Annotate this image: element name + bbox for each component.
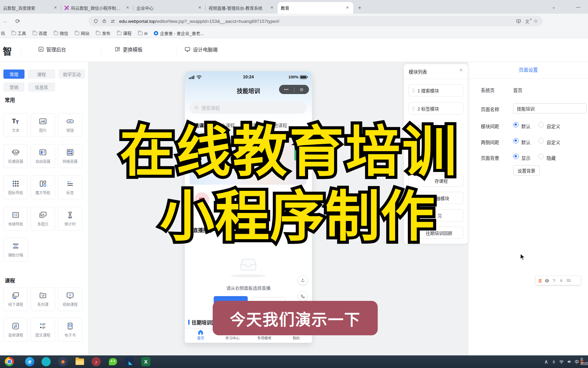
window-minimize-button[interactable]: — (573, 0, 583, 14)
capsule-target-icon[interactable]: ⊙ (294, 87, 309, 92)
set-background-button[interactable]: 设置背景 (513, 165, 540, 175)
install-app-icon[interactable] (516, 19, 521, 24)
ime-language-toggle[interactable]: 中 (545, 277, 549, 284)
tray-clock[interactable]: 9: 2020 (581, 357, 588, 366)
background-show-radio[interactable] (513, 154, 519, 159)
component-video-course[interactable]: 视频课程 (58, 287, 82, 311)
tabbar-home[interactable]: 首页 (185, 329, 217, 343)
taskbar-chrome-icon[interactable] (5, 357, 14, 366)
side-gap-custom-radio[interactable] (538, 138, 544, 143)
tab-live-admin[interactable]: 视频直播-管理后台-教育系统 × (206, 2, 278, 14)
drag-handle-icon[interactable] (412, 88, 415, 93)
component-divider[interactable]: 辅助分隔 (3, 238, 28, 262)
component-audio-course[interactable]: 音频课程 (3, 318, 28, 342)
component-free-container[interactable]: 自由容器 (31, 144, 55, 168)
drag-handle-icon[interactable] (412, 106, 415, 111)
component-button[interactable]: 按钮 (58, 113, 82, 137)
component-countdown[interactable]: 倒计时 (58, 207, 82, 231)
component-icon-nav[interactable]: 图标导航 (3, 175, 28, 199)
component-image[interactable]: 图片 (31, 113, 55, 137)
page-name-input[interactable] (513, 103, 587, 113)
taskbar-music-icon[interactable]: ♪ (92, 357, 101, 366)
new-tab-button[interactable]: + (355, 3, 364, 12)
radio-label[interactable]: 自定义 (546, 139, 560, 145)
category-tab-interact[interactable]: 助学互动 (59, 70, 85, 79)
url-omnibox[interactable]: edu.webportal.top/editorNew.jsp?_wxappId… (88, 16, 543, 26)
component-cube-nav[interactable]: 魔方导航 (31, 175, 55, 199)
keyboard-icon[interactable] (566, 278, 571, 282)
component-offline-course[interactable]: 线下课程 (3, 287, 28, 311)
tab-education-active[interactable]: 教育 × (278, 2, 353, 14)
taskbar-app-icon[interactable] (58, 357, 67, 366)
category-tab-library[interactable]: 信息库 (28, 82, 55, 92)
taskbar-wechat-icon[interactable] (108, 357, 117, 366)
more-icon[interactable]: ••• (279, 88, 294, 91)
tray-mic-icon[interactable] (550, 355, 557, 368)
background-hide-radio[interactable] (538, 154, 544, 159)
component-multi-imagetext[interactable]: 多图文 (31, 207, 55, 231)
module-gap-custom-radio[interactable] (538, 122, 544, 127)
component-tag[interactable]: 标签 (58, 175, 82, 199)
tab-close-icon[interactable]: × (197, 5, 202, 11)
bookmark-item[interactable]: ai (138, 31, 148, 36)
taskbar-browser-icon[interactable] (42, 357, 51, 366)
component-text[interactable]: TT 文本 (3, 113, 28, 137)
tab-close-icon[interactable]: × (53, 5, 58, 11)
bookmark-item[interactable]: 百度 (33, 30, 47, 36)
back-icon[interactable]: ← (1, 16, 10, 26)
tray-network-icon[interactable] (558, 355, 565, 368)
tab-close-icon[interactable]: × (269, 5, 275, 11)
share-float-button[interactable] (298, 276, 307, 285)
category-tab-marketing[interactable]: 营销 (3, 82, 24, 92)
mic-icon[interactable] (559, 278, 563, 283)
bookmark-item[interactable]: 讯 (1, 30, 5, 36)
bookmark-item[interactable]: 网站 (75, 30, 89, 36)
bookmark-item-qichacha[interactable]: 企查查 - 查企业_查老... (154, 30, 203, 36)
design-pc-button[interactable]: 设计电脑端 (184, 46, 218, 53)
bookmark-item[interactable]: 发布 (96, 30, 111, 36)
phone-call-float-button[interactable] (298, 292, 307, 301)
close-icon[interactable]: × (458, 67, 464, 73)
module-gap-default-radio[interactable] (513, 122, 519, 127)
tab-close-icon[interactable]: × (345, 5, 350, 11)
component-ebook[interactable]: 电子书 (58, 318, 82, 342)
taskbar-edge-icon[interactable]: e (25, 357, 34, 366)
category-tab-common[interactable]: 常用 (3, 70, 24, 79)
component-grid-container[interactable]: 网格容器 (58, 144, 82, 168)
tab-close-icon[interactable]: × (125, 5, 130, 11)
ink-tool-icon[interactable] (552, 278, 556, 282)
tray-chevron-icon[interactable]: ∧ (542, 355, 550, 368)
component-elevator-nav[interactable]: 电梯导航 (3, 207, 28, 231)
tab-enterprise-center[interactable]: 企业中心 × (133, 2, 206, 14)
radio-label[interactable]: 隐藏 (546, 154, 556, 161)
taskbar-excel-icon[interactable]: X (141, 357, 150, 366)
change-template-button[interactable]: 更换模板 (115, 46, 143, 53)
site-settings-icon[interactable] (110, 19, 115, 24)
tab-search-chevron-icon[interactable]: ⌄ (549, 0, 559, 14)
radio-label[interactable]: 显示 (521, 154, 530, 161)
tab-baidu-search[interactable]: 云数智_百度搜索 × (0, 2, 61, 14)
taskbar-explorer-icon[interactable] (75, 357, 84, 366)
sogou-logo-icon[interactable]: S (538, 278, 542, 283)
bookmark-item[interactable]: 课程 (117, 30, 132, 36)
module-item-tag[interactable]: 2 标签模块 (408, 102, 463, 114)
refresh-icon[interactable]: ⟳ (13, 16, 22, 26)
radio-label[interactable]: 默认 (521, 123, 530, 129)
manage-backend-button[interactable]: 管理后台 (38, 46, 66, 53)
taskbar-app2-icon[interactable] (125, 357, 134, 366)
module-item-search[interactable]: 1 搜索模块 (408, 84, 463, 96)
category-tab-course[interactable]: 课程 (28, 70, 55, 79)
bookmark-item[interactable]: 工具 (12, 30, 26, 36)
tab-mayun-platform[interactable]: 码云数智_微信小程序制作平台_ × (61, 2, 133, 14)
side-gap-default-radio[interactable] (513, 138, 519, 143)
radio-label[interactable]: 自定义 (546, 123, 560, 129)
radio-label[interactable]: 默认 (521, 139, 530, 145)
bookmark-star-icon[interactable]: ☆ (534, 18, 538, 24)
lock-icon[interactable] (102, 19, 107, 24)
component-carousel-container[interactable]: 轮播容器 (3, 144, 28, 168)
component-series-course[interactable]: 系列课 (31, 287, 55, 311)
component-imagetext-course[interactable]: 图文课程 (31, 318, 55, 342)
translate-icon[interactable]: 文 (525, 18, 529, 24)
phone-search-module[interactable]: 搜索课程 (190, 102, 307, 114)
tray-volume-icon[interactable] (566, 355, 573, 368)
